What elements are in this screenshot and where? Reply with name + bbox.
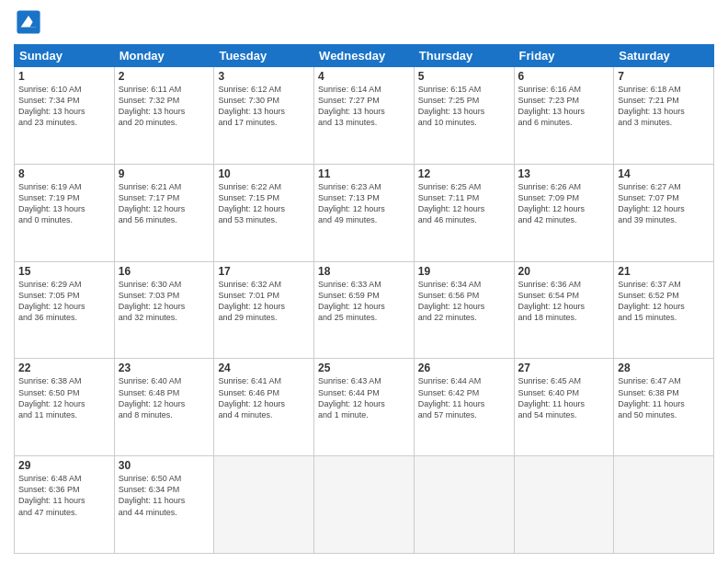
calendar-header-wednesday: Wednesday [314, 45, 415, 67]
calendar-cell: 24Sunrise: 6:41 AMSunset: 6:46 PMDayligh… [214, 359, 314, 456]
day-number: 3 [218, 70, 310, 83]
calendar-cell [314, 456, 415, 554]
day-number: 27 [518, 362, 610, 374]
cell-details: Sunrise: 6:44 AMSunset: 6:42 PMDaylight:… [418, 375, 510, 420]
day-number: 11 [318, 167, 410, 180]
cell-details: Sunrise: 6:29 AMSunset: 7:05 PMDaylight:… [18, 279, 110, 324]
cell-details: Sunrise: 6:40 AMSunset: 6:48 PMDaylight:… [119, 375, 210, 420]
cell-details: Sunrise: 6:48 AMSunset: 6:36 PMDaylight:… [18, 473, 110, 518]
cell-details: Sunrise: 6:45 AMSunset: 6:40 PMDaylight:… [518, 375, 610, 420]
calendar-cell: 21Sunrise: 6:37 AMSunset: 6:52 PMDayligh… [614, 261, 714, 359]
calendar-cell: 10Sunrise: 6:22 AMSunset: 7:15 PMDayligh… [214, 164, 314, 261]
day-number: 17 [218, 265, 310, 278]
calendar-cell: 14Sunrise: 6:27 AMSunset: 7:07 PMDayligh… [614, 164, 714, 261]
calendar-week-1: 1Sunrise: 6:10 AMSunset: 7:34 PMDaylight… [15, 67, 714, 165]
calendar-cell: 17Sunrise: 6:32 AMSunset: 7:01 PMDayligh… [214, 261, 314, 359]
cell-details: Sunrise: 6:26 AMSunset: 7:09 PMDaylight:… [518, 181, 610, 226]
calendar-cell: 29Sunrise: 6:48 AMSunset: 6:36 PMDayligh… [15, 456, 115, 554]
cell-details: Sunrise: 6:27 AMSunset: 7:07 PMDaylight:… [618, 181, 710, 226]
day-number: 10 [218, 167, 310, 180]
cell-details: Sunrise: 6:25 AMSunset: 7:11 PMDaylight:… [418, 181, 510, 226]
day-number: 30 [119, 459, 210, 472]
day-number: 22 [18, 362, 110, 374]
calendar-cell: 7Sunrise: 6:18 AMSunset: 7:21 PMDaylight… [614, 67, 714, 165]
logo-icon [16, 9, 41, 35]
day-number: 8 [18, 167, 110, 180]
cell-details: Sunrise: 6:16 AMSunset: 7:23 PMDaylight:… [518, 84, 610, 129]
cell-details: Sunrise: 6:18 AMSunset: 7:21 PMDaylight:… [618, 84, 710, 129]
day-number: 4 [318, 70, 410, 83]
logo [14, 9, 45, 39]
day-number: 28 [618, 362, 710, 374]
calendar-cell [514, 456, 614, 554]
day-number: 7 [618, 70, 710, 83]
cell-details: Sunrise: 6:33 AMSunset: 6:59 PMDaylight:… [318, 279, 410, 324]
calendar-cell: 4Sunrise: 6:14 AMSunset: 7:27 PMDaylight… [314, 67, 415, 165]
calendar-week-3: 15Sunrise: 6:29 AMSunset: 7:05 PMDayligh… [15, 261, 714, 359]
cell-details: Sunrise: 6:34 AMSunset: 6:56 PMDaylight:… [418, 279, 510, 324]
calendar-cell: 20Sunrise: 6:36 AMSunset: 6:54 PMDayligh… [514, 261, 614, 359]
cell-details: Sunrise: 6:32 AMSunset: 7:01 PMDaylight:… [218, 279, 310, 324]
cell-details: Sunrise: 6:43 AMSunset: 6:44 PMDaylight:… [318, 375, 410, 420]
calendar-cell: 6Sunrise: 6:16 AMSunset: 7:23 PMDaylight… [514, 67, 614, 165]
calendar-table: SundayMondayTuesdayWednesdayThursdayFrid… [14, 44, 714, 554]
day-number: 23 [119, 362, 210, 374]
cell-details: Sunrise: 6:23 AMSunset: 7:13 PMDaylight:… [318, 181, 410, 226]
cell-details: Sunrise: 6:47 AMSunset: 6:38 PMDaylight:… [618, 375, 710, 420]
calendar-cell: 26Sunrise: 6:44 AMSunset: 6:42 PMDayligh… [414, 359, 514, 456]
cell-details: Sunrise: 6:38 AMSunset: 6:50 PMDaylight:… [18, 375, 110, 420]
calendar-cell: 8Sunrise: 6:19 AMSunset: 7:19 PMDaylight… [15, 164, 115, 261]
cell-details: Sunrise: 6:50 AMSunset: 6:34 PMDaylight:… [119, 473, 210, 518]
calendar-cell [614, 456, 714, 554]
day-number: 13 [518, 167, 610, 180]
day-number: 6 [518, 70, 610, 83]
header [14, 9, 714, 39]
calendar-cell: 28Sunrise: 6:47 AMSunset: 6:38 PMDayligh… [614, 359, 714, 456]
cell-details: Sunrise: 6:11 AMSunset: 7:32 PMDaylight:… [119, 84, 210, 129]
calendar-cell: 19Sunrise: 6:34 AMSunset: 6:56 PMDayligh… [414, 261, 514, 359]
calendar-cell: 30Sunrise: 6:50 AMSunset: 6:34 PMDayligh… [114, 456, 214, 554]
day-number: 9 [119, 167, 210, 180]
cell-details: Sunrise: 6:36 AMSunset: 6:54 PMDaylight:… [518, 279, 610, 324]
cell-details: Sunrise: 6:15 AMSunset: 7:25 PMDaylight:… [418, 84, 510, 129]
day-number: 1 [18, 70, 110, 83]
cell-details: Sunrise: 6:12 AMSunset: 7:30 PMDaylight:… [218, 84, 310, 129]
calendar-cell [414, 456, 514, 554]
calendar-cell: 3Sunrise: 6:12 AMSunset: 7:30 PMDaylight… [214, 67, 314, 165]
calendar-cell: 13Sunrise: 6:26 AMSunset: 7:09 PMDayligh… [514, 164, 614, 261]
day-number: 19 [418, 265, 510, 278]
day-number: 24 [218, 362, 310, 374]
cell-details: Sunrise: 6:21 AMSunset: 7:17 PMDaylight:… [119, 181, 210, 226]
cell-details: Sunrise: 6:22 AMSunset: 7:15 PMDaylight:… [218, 181, 310, 226]
calendar-header-saturday: Saturday [614, 45, 714, 67]
calendar-cell: 25Sunrise: 6:43 AMSunset: 6:44 PMDayligh… [314, 359, 415, 456]
calendar-header-tuesday: Tuesday [214, 45, 314, 67]
calendar-cell: 2Sunrise: 6:11 AMSunset: 7:32 PMDaylight… [114, 67, 214, 165]
day-number: 21 [618, 265, 710, 278]
calendar-header-sunday: Sunday [15, 45, 115, 67]
day-number: 2 [119, 70, 210, 83]
calendar-week-2: 8Sunrise: 6:19 AMSunset: 7:19 PMDaylight… [15, 164, 714, 261]
calendar-week-4: 22Sunrise: 6:38 AMSunset: 6:50 PMDayligh… [15, 359, 714, 456]
cell-details: Sunrise: 6:30 AMSunset: 7:03 PMDaylight:… [119, 279, 210, 324]
calendar-cell: 9Sunrise: 6:21 AMSunset: 7:17 PMDaylight… [114, 164, 214, 261]
day-number: 12 [418, 167, 510, 180]
calendar-cell [214, 456, 314, 554]
calendar-header-monday: Monday [114, 45, 214, 67]
page: SundayMondayTuesdayWednesdayThursdayFrid… [0, 0, 728, 563]
calendar-header-row: SundayMondayTuesdayWednesdayThursdayFrid… [15, 45, 714, 67]
calendar-cell: 16Sunrise: 6:30 AMSunset: 7:03 PMDayligh… [114, 261, 214, 359]
day-number: 25 [318, 362, 410, 374]
day-number: 29 [18, 459, 110, 472]
calendar-week-5: 29Sunrise: 6:48 AMSunset: 6:36 PMDayligh… [15, 456, 714, 554]
day-number: 16 [119, 265, 210, 278]
cell-details: Sunrise: 6:19 AMSunset: 7:19 PMDaylight:… [18, 181, 110, 226]
calendar-cell: 18Sunrise: 6:33 AMSunset: 6:59 PMDayligh… [314, 261, 415, 359]
day-number: 5 [418, 70, 510, 83]
calendar-header-friday: Friday [514, 45, 614, 67]
calendar-cell: 12Sunrise: 6:25 AMSunset: 7:11 PMDayligh… [414, 164, 514, 261]
cell-details: Sunrise: 6:10 AMSunset: 7:34 PMDaylight:… [18, 84, 110, 129]
calendar-cell: 23Sunrise: 6:40 AMSunset: 6:48 PMDayligh… [114, 359, 214, 456]
cell-details: Sunrise: 6:14 AMSunset: 7:27 PMDaylight:… [318, 84, 410, 129]
calendar-cell: 22Sunrise: 6:38 AMSunset: 6:50 PMDayligh… [15, 359, 115, 456]
